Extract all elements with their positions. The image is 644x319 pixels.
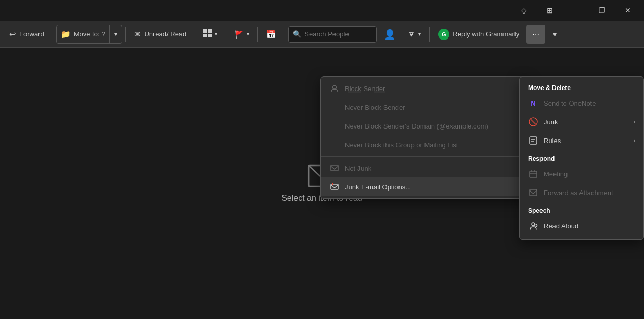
person-icon: 👤 (384, 29, 395, 40)
close-btn[interactable]: ✕ (616, 2, 640, 19)
block-sender-item[interactable]: Block Sender (321, 79, 528, 98)
meeting-panel-label: Meeting (544, 170, 568, 178)
svg-rect-7 (331, 184, 338, 189)
send-to-onenote-item[interactable]: N Send to OneNote (520, 94, 643, 112)
divider-2 (125, 27, 126, 42)
diamond-btn[interactable]: ◇ (512, 2, 536, 19)
junk-panel-item[interactable]: Junk › (520, 112, 643, 131)
svg-rect-14 (530, 171, 537, 177)
divider-3 (195, 27, 195, 42)
title-bar: ◇ ⊞ — ❐ ✕ (0, 0, 644, 21)
svg-rect-3 (208, 34, 212, 37)
svg-rect-2 (203, 34, 207, 37)
svg-line-10 (531, 119, 536, 124)
apps-icon (203, 29, 212, 39)
move-to-button[interactable]: 📁 Move to: ? (57, 25, 110, 43)
svg-rect-8 (332, 183, 333, 185)
svg-rect-0 (203, 29, 207, 33)
grammarly-button[interactable]: G Reply with Grammarly (433, 25, 524, 44)
never-block-domain-icon (329, 121, 340, 131)
rules-panel-item[interactable]: Rules › (520, 131, 643, 150)
onenote-icon: N (528, 98, 538, 108)
never-block-sender-item[interactable]: Never Block Sender (321, 98, 528, 117)
junk-email-options-label: Junk E-mail Options... (345, 183, 411, 191)
minimize-btn[interactable]: — (564, 2, 588, 19)
maximize-btn[interactable]: ❐ (590, 2, 614, 19)
unread-read-label: Unread/ Read (144, 30, 186, 38)
respond-section-label: Respond (520, 152, 643, 164)
junk-email-options-item[interactable]: Junk E-mail Options... (321, 177, 528, 196)
toolbar: ↩ Forward 📁 Move to: ? ▾ ✉ Unread/ Read … (0, 21, 644, 48)
filter-button[interactable]: ⛛ ▾ (403, 25, 426, 44)
svg-rect-1 (208, 29, 212, 33)
grammarly-label: Reply with Grammarly (453, 30, 519, 38)
meeting-icon (528, 169, 538, 179)
divider-1 (53, 27, 53, 42)
never-block-icon (329, 102, 340, 112)
junk-options-icon (329, 182, 340, 192)
search-icon: 🔍 (293, 30, 301, 38)
forward-attachment-label: Forward as Attachment (544, 189, 613, 197)
speech-section-label: Speech (520, 204, 643, 216)
expand-button[interactable]: ▾ (547, 25, 562, 44)
unread-icon: ✉ (134, 30, 141, 39)
flag-button[interactable]: 🚩 ▾ (229, 25, 254, 44)
flag-icon: 🚩 (235, 30, 243, 39)
filter-icon: ⛛ (408, 30, 415, 39)
divider-4 (226, 27, 226, 42)
more-options-button[interactable]: ··· (526, 25, 545, 44)
move-to-label: Move to: ? (74, 30, 106, 38)
never-block-domain-item[interactable]: Never Block Sender's Domain (@example.co… (321, 117, 528, 135)
apps-arrow: ▾ (215, 31, 217, 37)
grammarly-avatar: G (438, 29, 449, 40)
svg-rect-11 (530, 137, 537, 144)
never-block-group-label: Never Block this Group or Mailing List (345, 141, 458, 149)
read-aloud-label: Read Aloud (544, 222, 578, 230)
svg-rect-6 (331, 165, 338, 171)
not-junk-item[interactable]: Not Junk (321, 159, 528, 177)
meeting-panel-item[interactable]: Meeting (520, 164, 643, 183)
not-junk-icon (329, 163, 340, 173)
forward-label: Forward (19, 30, 44, 38)
junk-panel-icon (528, 117, 538, 127)
apps-button[interactable]: ▾ (198, 25, 223, 44)
block-sender-label: Block Sender (345, 85, 385, 93)
svg-rect-18 (530, 189, 537, 196)
rules-panel-label: Rules (544, 137, 561, 145)
move-to-dropdown-button[interactable]: ▾ (109, 25, 122, 43)
forward-attachment-icon (528, 187, 538, 198)
rules-icon (528, 135, 538, 146)
never-block-domain-label: Never Block Sender's Domain (@example.co… (345, 122, 488, 130)
never-block-sender-label: Never Block Sender (345, 104, 405, 111)
block-sender-icon (329, 83, 340, 94)
svg-point-19 (532, 223, 535, 226)
junk-chevron: › (634, 119, 635, 125)
not-junk-label: Not Junk (345, 164, 371, 172)
send-to-onenote-label: Send to OneNote (544, 99, 596, 107)
filter-arrow: ▾ (418, 31, 421, 37)
junk-panel-label: Junk (544, 118, 558, 126)
person-search-button[interactable]: 👤 (379, 25, 401, 44)
move-to-icon: 📁 (61, 30, 71, 39)
search-people-input[interactable] (304, 30, 362, 38)
submenu-divider (321, 156, 528, 157)
never-block-group-icon (329, 139, 340, 150)
move-delete-section-label: Move & Delete (520, 81, 643, 94)
move-to-container: 📁 Move to: ? ▾ (56, 25, 123, 44)
rules-chevron: › (634, 138, 635, 144)
main-area: Select an item to read Block Sender Neve… (0, 48, 644, 319)
calendar-icon: 📅 (266, 30, 276, 39)
calendar-button[interactable]: 📅 (261, 25, 281, 44)
qr-btn[interactable]: ⊞ (538, 2, 562, 19)
search-people-box[interactable]: 🔍 (288, 26, 377, 43)
divider-5 (257, 27, 258, 42)
forward-icon: ↩ (9, 30, 16, 39)
never-block-group-item[interactable]: Never Block this Group or Mailing List (321, 135, 528, 154)
divider-7 (429, 27, 430, 42)
junk-submenu: Block Sender Never Block Sender Never Bl… (320, 76, 529, 199)
read-aloud-item[interactable]: Read Aloud (520, 216, 643, 235)
forward-attachment-item[interactable]: Forward as Attachment (520, 183, 643, 202)
divider-6 (285, 27, 285, 42)
forward-button[interactable]: ↩ Forward (4, 25, 49, 44)
unread-read-button[interactable]: ✉ Unread/ Read (129, 25, 191, 44)
